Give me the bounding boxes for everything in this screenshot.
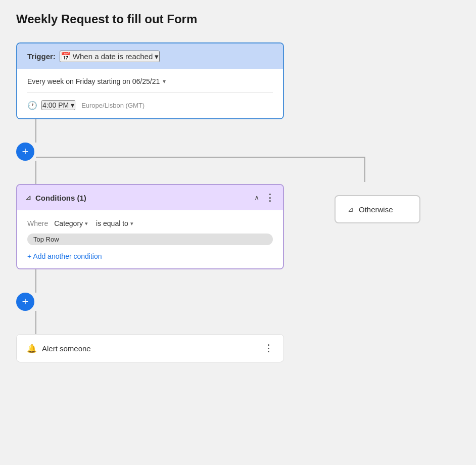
conditions-header: ⊿ Conditions (1) ∧ ⋮ xyxy=(17,185,283,210)
where-label: Where xyxy=(27,219,48,227)
bell-icon: 🔔 xyxy=(27,344,37,353)
schedule-chevron-icon: ▾ xyxy=(163,78,166,85)
filter-icon: ⊿ xyxy=(25,194,31,202)
operator-dropdown[interactable]: is equal to ▾ xyxy=(94,218,135,228)
trigger-chevron-icon: ▾ xyxy=(155,52,159,61)
conditions-body: Where Category ▾ is equal to ▾ Top Row xyxy=(17,210,283,268)
schedule-row[interactable]: Every week on Friday starting on 06/25/2… xyxy=(27,77,273,93)
flow-line-conditions-to-plus2 xyxy=(35,269,36,293)
conditions-more-icon[interactable]: ⋮ xyxy=(265,192,275,203)
add-node-button-bottom[interactable]: + xyxy=(16,293,34,311)
field-chevron-icon: ▾ xyxy=(85,220,88,227)
time-label: 4:00 PM xyxy=(42,101,69,109)
field-label: Category xyxy=(54,219,83,227)
operator-chevron-icon: ▾ xyxy=(130,220,133,227)
alert-more-icon[interactable]: ⋮ xyxy=(264,343,273,354)
trigger-value-button[interactable]: 📅 When a date is reached ▾ xyxy=(60,51,160,62)
time-chevron-icon: ▾ xyxy=(71,101,74,109)
branch-row: ⊿ Conditions (1) ∧ ⋮ Where Category xyxy=(16,184,420,269)
workflow-canvas: Trigger: 📅 When a date is reached ▾ Ever… xyxy=(16,42,460,362)
h-line-branch xyxy=(36,157,364,158)
add-node-button-top[interactable]: + xyxy=(16,143,34,161)
conditions-card: ⊿ Conditions (1) ∧ ⋮ Where Category xyxy=(16,184,284,269)
conditions-title: ⊿ Conditions (1) xyxy=(25,194,86,202)
alert-label: Alert someone xyxy=(42,344,91,353)
add-condition-label: + Add another condition xyxy=(27,252,102,260)
operator-label: is equal to xyxy=(96,219,128,227)
otherwise-card[interactable]: ⊿ Otherwise xyxy=(335,195,420,223)
add-condition-button[interactable]: + Add another condition xyxy=(27,252,102,260)
conditions-title-label: Conditions (1) xyxy=(35,194,86,202)
alert-card: 🔔 Alert someone ⋮ xyxy=(16,334,284,362)
collapse-conditions-icon[interactable]: ∧ xyxy=(254,194,259,202)
trigger-body: Every week on Friday starting on 06/25/2… xyxy=(17,69,283,118)
flow-line-trigger-to-plus xyxy=(35,119,36,143)
otherwise-filter-icon: ⊿ xyxy=(348,205,354,213)
where-row: Where Category ▾ is equal to ▾ xyxy=(27,218,273,228)
trigger-label: Trigger: xyxy=(27,52,56,61)
alert-title: 🔔 Alert someone xyxy=(27,344,91,353)
branch-connector: + ⊿ Conditions (1) ∧ ⋮ xyxy=(16,143,460,362)
value-chip: Top Row xyxy=(27,234,273,245)
field-dropdown[interactable]: Category ▾ xyxy=(52,218,90,228)
time-row: 🕐 4:00 PM ▾ Europe/Lisbon (GMT) xyxy=(27,93,273,110)
otherwise-container: ⊿ Otherwise xyxy=(335,184,420,223)
trigger-header: Trigger: 📅 When a date is reached ▾ xyxy=(17,43,283,69)
time-button[interactable]: 4:00 PM ▾ xyxy=(41,100,75,110)
flow-line-plus2-to-alert xyxy=(35,311,36,334)
otherwise-label: Otherwise xyxy=(359,205,393,214)
flow-line-plus-to-conditions xyxy=(35,161,36,184)
conditions-actions: ∧ ⋮ xyxy=(254,192,275,203)
trigger-type-label: When a date is reached xyxy=(73,52,153,61)
schedule-label: Every week on Friday starting on 06/25/2… xyxy=(27,77,160,85)
page-title: Weekly Request to fill out Form xyxy=(16,12,460,26)
calendar-icon: 📅 xyxy=(61,52,71,61)
timezone-label: Europe/Lisbon (GMT) xyxy=(81,102,145,109)
trigger-card: Trigger: 📅 When a date is reached ▾ Ever… xyxy=(16,42,284,119)
clock-icon: 🕐 xyxy=(27,101,37,110)
v-line-to-otherwise xyxy=(364,157,365,182)
